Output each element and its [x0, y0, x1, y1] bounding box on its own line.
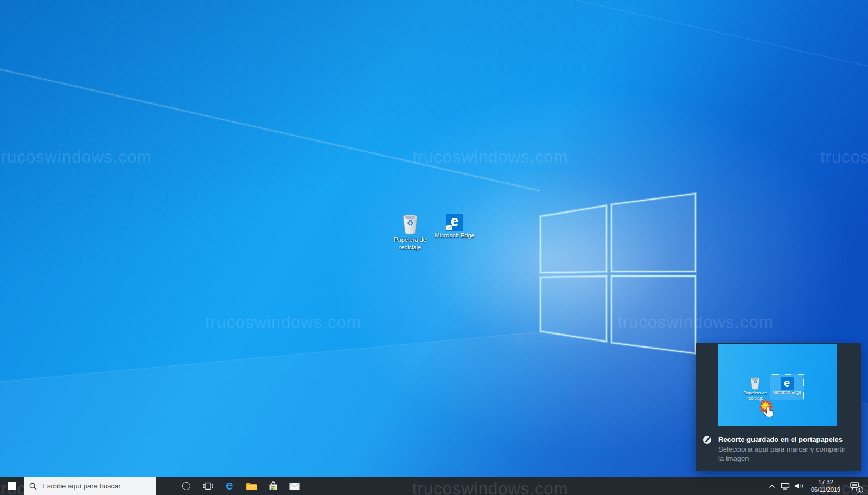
speaker-icon — [795, 483, 803, 490]
windows-start-icon — [8, 482, 16, 490]
mail-button[interactable] — [284, 477, 305, 495]
task-view-icon — [203, 482, 213, 490]
taskbar: e — [0, 477, 868, 495]
volume-tray-button[interactable] — [792, 477, 806, 495]
edge-label: Microsoft Edge — [431, 232, 478, 240]
task-view-button[interactable] — [197, 477, 219, 495]
network-tray-button[interactable] — [778, 477, 792, 495]
desktop-icon-microsoft-edge[interactable]: e ↗ Microsoft Edge — [431, 214, 478, 240]
thumb-edge-selected: e Microsoft Edge — [770, 374, 804, 400]
taskbar-clock[interactable]: 17:32 06/11/2019 — [808, 479, 844, 493]
action-center-button[interactable]: 1 — [845, 477, 865, 495]
file-explorer-button[interactable] — [240, 477, 262, 495]
click-cursor-icon — [758, 398, 777, 423]
chevron-up-icon — [769, 484, 775, 488]
microsoft-store-icon — [268, 481, 278, 491]
recycle-symbol-icon: ♻ — [400, 218, 420, 227]
edge-taskbar-button[interactable]: e — [219, 477, 240, 495]
edge-icon: e — [781, 377, 794, 390]
tray-date: 06/11/2019 — [808, 486, 844, 493]
recycle-bin-icon: ♻ — [400, 213, 420, 235]
edge-icon: e — [226, 479, 233, 492]
mail-icon — [289, 482, 300, 490]
file-explorer-icon — [246, 482, 257, 491]
start-button[interactable] — [0, 477, 24, 495]
show-desktop-button[interactable] — [865, 477, 868, 495]
desktop-icon-recycle-bin[interactable]: ♻ Papelera de reciclaje — [387, 213, 433, 252]
shortcut-arrow-icon: ↗ — [446, 225, 452, 230]
cortana-icon — [182, 482, 190, 490]
toast-text: Recorte guardado en el portapapeles Sele… — [718, 435, 845, 464]
toast-title: Recorte guardado en el portapapeles — [718, 435, 845, 443]
taskbar-pinned-icons: e — [175, 477, 305, 495]
search-input[interactable] — [41, 481, 149, 491]
thumb-recycle-bin: ♻ Papelera de reciclaje — [743, 376, 768, 401]
tray-time: 17:32 — [808, 479, 844, 486]
microsoft-store-button[interactable] — [262, 477, 284, 495]
taskbar-search[interactable] — [24, 477, 156, 495]
snip-notification-toast[interactable]: ♻ Papelera de reciclaje e Microsoft Edge — [696, 343, 861, 471]
recycle-symbol-icon: ♻ — [749, 380, 761, 384]
show-hidden-icons-button[interactable] — [766, 477, 778, 495]
notification-count-badge: 1 — [856, 486, 863, 493]
network-ethernet-icon — [781, 483, 790, 490]
snip-sketch-app-icon — [703, 435, 712, 445]
cortana-button[interactable] — [175, 477, 197, 495]
search-icon — [29, 483, 37, 490]
desktop: trucoswindows.com trucoswindows.com truc… — [0, 0, 868, 495]
thumb-edge-label: Microsoft Edge — [770, 390, 803, 395]
edge-icon: e ↗ — [446, 214, 463, 231]
system-tray: 17:32 06/11/2019 1 — [766, 477, 868, 495]
toast-subtitle: Selecciona aquí para marcar y compartir … — [718, 445, 845, 464]
recycle-bin-label: Papelera de reciclaje — [387, 236, 433, 252]
snip-thumbnail[interactable]: ♻ Papelera de reciclaje e Microsoft Edge — [718, 344, 837, 426]
